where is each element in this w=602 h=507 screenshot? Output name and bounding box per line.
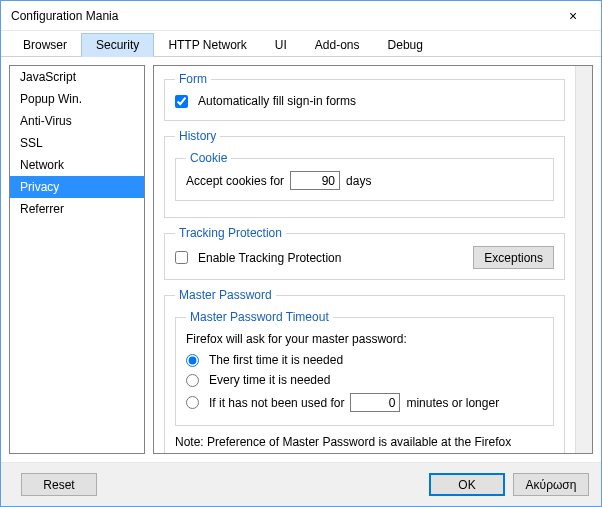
auto-fill-label: Automatically fill sign-in forms [198, 94, 356, 108]
cookie-accept-row: Accept cookies for days [186, 171, 543, 190]
reset-button[interactable]: Reset [21, 473, 97, 496]
master-password-note: Note: Preference of Master Password is a… [175, 432, 554, 453]
tracking-enable-label: Enable Tracking Protection [198, 251, 341, 265]
sidebar: JavaScript Popup Win. Anti-Virus SSL Net… [9, 65, 145, 454]
sidebar-item-javascript[interactable]: JavaScript [10, 66, 144, 88]
vertical-scrollbar[interactable] [575, 66, 592, 453]
sidebar-item-popup[interactable]: Popup Win. [10, 88, 144, 110]
tracking-enable-row[interactable]: Enable Tracking Protection [175, 249, 341, 267]
titlebar: Configuration Mania × [1, 1, 601, 31]
auto-fill-row[interactable]: Automatically fill sign-in forms [175, 92, 554, 110]
auto-fill-checkbox[interactable] [175, 95, 188, 108]
sidebar-item-antivirus[interactable]: Anti-Virus [10, 110, 144, 132]
tab-bar: Browser Security HTTP Network UI Add-ons… [1, 31, 601, 57]
sidebar-item-network[interactable]: Network [10, 154, 144, 176]
tab-addons[interactable]: Add-ons [301, 34, 374, 56]
content-wrap: Form Automatically fill sign-in forms Hi… [153, 65, 593, 454]
window-title: Configuration Mania [11, 9, 553, 23]
form-legend: Form [175, 72, 211, 86]
tab-ui[interactable]: UI [261, 34, 301, 56]
tracking-group: Tracking Protection Enable Tracking Prot… [164, 226, 565, 280]
master-opt-first[interactable]: The first time it is needed [186, 350, 543, 370]
master-password-group: Master Password Master Password Timeout … [164, 288, 565, 453]
master-password-legend: Master Password [175, 288, 276, 302]
master-timeout-options: The first time it is needed Every time i… [186, 350, 543, 415]
history-group: History Cookie Accept cookies for days [164, 129, 565, 218]
cookie-group: Cookie Accept cookies for days [175, 151, 554, 201]
footer: Reset OK Ακύρωση [1, 462, 601, 506]
exceptions-button[interactable]: Exceptions [473, 246, 554, 269]
tab-http-network[interactable]: HTTP Network [154, 34, 260, 56]
content: Form Automatically fill sign-in forms Hi… [154, 66, 575, 453]
sidebar-item-referrer[interactable]: Referrer [10, 198, 144, 220]
sidebar-item-privacy[interactable]: Privacy [10, 176, 144, 198]
master-opt-every-label: Every time it is needed [209, 373, 330, 387]
cookie-legend: Cookie [186, 151, 231, 165]
master-opt-every[interactable]: Every time it is needed [186, 370, 543, 390]
form-group: Form Automatically fill sign-in forms [164, 72, 565, 121]
master-opt-first-radio[interactable] [186, 354, 199, 367]
tracking-legend: Tracking Protection [175, 226, 286, 240]
tracking-enable-checkbox[interactable] [175, 251, 188, 264]
master-timeout-intro: Firefox will ask for your master passwor… [186, 330, 543, 350]
ok-button[interactable]: OK [429, 473, 505, 496]
master-opt-first-label: The first time it is needed [209, 353, 343, 367]
cookie-days-input[interactable] [290, 171, 340, 190]
tab-browser[interactable]: Browser [9, 34, 81, 56]
body: JavaScript Popup Win. Anti-Virus SSL Net… [1, 57, 601, 462]
master-opt-idle-suffix: minutes or longer [406, 396, 499, 410]
close-icon[interactable]: × [553, 8, 593, 24]
tracking-row: Enable Tracking Protection Exceptions [175, 246, 554, 269]
cookie-accept-suffix: days [346, 174, 371, 188]
sidebar-item-ssl[interactable]: SSL [10, 132, 144, 154]
master-idle-minutes-input[interactable] [350, 393, 400, 412]
master-opt-idle-radio[interactable] [186, 396, 199, 409]
cancel-button[interactable]: Ακύρωση [513, 473, 589, 496]
master-timeout-group: Master Password Timeout Firefox will ask… [175, 310, 554, 426]
tab-debug[interactable]: Debug [374, 34, 437, 56]
master-opt-idle-prefix: If it has not been used for [209, 396, 344, 410]
cookie-accept-prefix: Accept cookies for [186, 174, 284, 188]
master-opt-idle[interactable]: If it has not been used for minutes or l… [186, 390, 543, 415]
master-opt-every-radio[interactable] [186, 374, 199, 387]
tab-security[interactable]: Security [81, 33, 154, 57]
master-timeout-legend: Master Password Timeout [186, 310, 333, 324]
history-legend: History [175, 129, 220, 143]
config-mania-window: Configuration Mania × Browser Security H… [0, 0, 602, 507]
